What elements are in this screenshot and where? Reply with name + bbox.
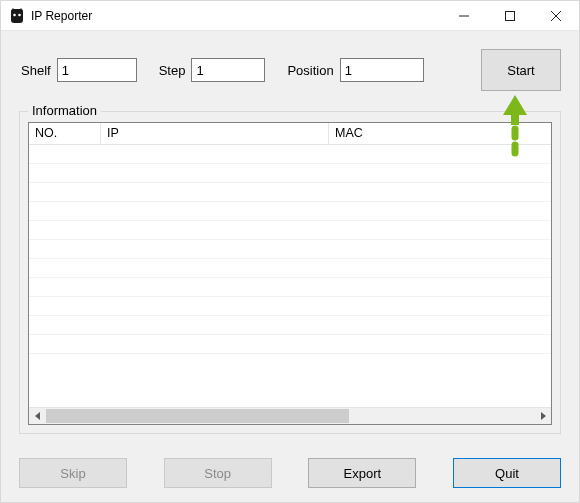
svg-point-1 (18, 13, 21, 16)
top-input-row: Shelf Step Position Start (19, 49, 561, 91)
table-row (29, 278, 551, 297)
table-row (29, 183, 551, 202)
stop-button[interactable]: Stop (164, 458, 272, 488)
content-area: Shelf Step Position Start Information NO… (1, 31, 579, 502)
scroll-thumb[interactable] (46, 409, 349, 423)
col-no[interactable]: NO. (29, 123, 101, 144)
scroll-right-icon[interactable] (534, 408, 551, 425)
minimize-button[interactable] (441, 1, 487, 30)
svg-point-0 (13, 13, 16, 16)
shelf-input[interactable] (57, 58, 137, 82)
table-row (29, 316, 551, 335)
table-row (29, 297, 551, 316)
export-button[interactable]: Export (308, 458, 416, 488)
table-row (29, 221, 551, 240)
start-button[interactable]: Start (481, 49, 561, 91)
table-row (29, 259, 551, 278)
maximize-button[interactable] (487, 1, 533, 30)
table-row (29, 240, 551, 259)
skip-button[interactable]: Skip (19, 458, 127, 488)
close-button[interactable] (533, 1, 579, 30)
table-body (29, 145, 551, 407)
window-title: IP Reporter (31, 9, 92, 23)
table-row (29, 335, 551, 354)
group-legend: Information (28, 103, 101, 118)
window-controls (441, 1, 579, 30)
step-label: Step (159, 63, 186, 78)
step-input[interactable] (191, 58, 265, 82)
position-input[interactable] (340, 58, 424, 82)
col-mac[interactable]: MAC (329, 123, 551, 144)
title-bar: IP Reporter (1, 1, 579, 31)
table-header: NO. IP MAC (29, 123, 551, 145)
quit-button[interactable]: Quit (453, 458, 561, 488)
bottom-button-row: Skip Stop Export Quit (19, 458, 561, 488)
table-row (29, 145, 551, 164)
svg-rect-3 (506, 11, 515, 20)
app-window: IP Reporter Shelf Step Position (0, 0, 580, 503)
information-group: Information NO. IP MAC (19, 111, 561, 434)
position-label: Position (287, 63, 333, 78)
table-row (29, 202, 551, 221)
scroll-left-icon[interactable] (29, 408, 46, 425)
app-icon (9, 8, 25, 24)
info-table: NO. IP MAC (28, 122, 552, 425)
horizontal-scrollbar[interactable] (29, 407, 551, 424)
shelf-label: Shelf (21, 63, 51, 78)
scroll-track[interactable] (46, 408, 534, 424)
table-row (29, 164, 551, 183)
col-ip[interactable]: IP (101, 123, 329, 144)
